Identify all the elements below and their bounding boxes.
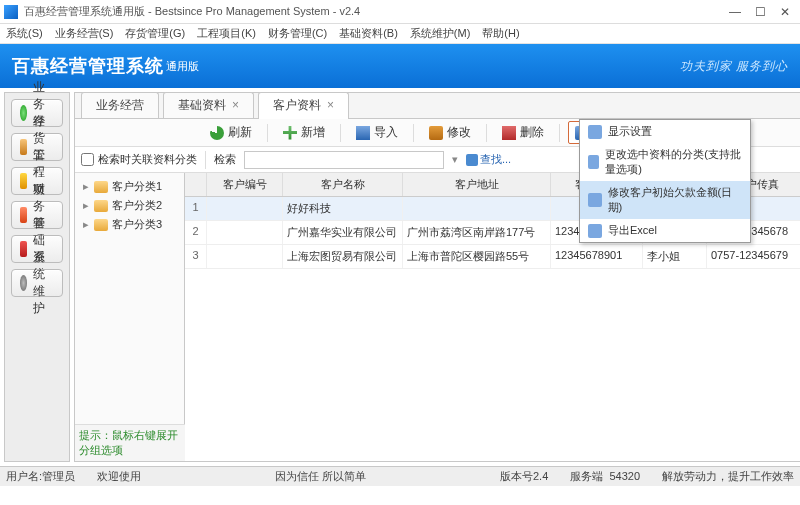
chart-icon (20, 207, 27, 223)
tab-business[interactable]: 业务经营 (81, 92, 159, 118)
menu-basedata[interactable]: 基础资料(B) (339, 26, 398, 41)
app-banner: 百惠经营管理系统 通用版 功夫到家 服务到心 (0, 44, 800, 88)
separator (205, 151, 206, 169)
folder-icon (94, 181, 108, 193)
refresh-icon (210, 126, 224, 140)
status-welcome: 欢迎使用 (97, 469, 141, 484)
cell: 1 (185, 197, 207, 220)
tree-item-label: 客户分类3 (112, 217, 162, 232)
table-row[interactable]: 3 上海宏图贸易有限公司 上海市普陀区樱园路55号 12345678901 李小… (185, 245, 800, 269)
status-bar: 用户名:管理员 欢迎使用 因为信任 所以简单 版本号2.4 服务端 54320 … (0, 466, 800, 486)
checkbox-label: 检索时关联资料分类 (98, 152, 197, 167)
find-button[interactable]: 查找... (466, 152, 511, 167)
delete-icon (502, 126, 516, 140)
menu-business[interactable]: 业务经营(S) (55, 26, 114, 41)
tree-item[interactable]: ▸客户分类2 (79, 196, 180, 215)
add-button[interactable]: 新增 (276, 121, 332, 144)
tab-label: 基础资料 (178, 98, 226, 112)
expand-icon[interactable]: ▸ (81, 218, 90, 231)
menu-system[interactable]: 系统(S) (6, 26, 43, 41)
button-label: 删除 (520, 124, 544, 141)
menu-inventory[interactable]: 存货管理(G) (125, 26, 185, 41)
toolbar-separator (486, 124, 487, 142)
folder-icon (94, 219, 108, 231)
tab-close-icon[interactable]: × (327, 98, 334, 112)
brand-title: 百惠经营管理系统 (12, 54, 164, 78)
status-tail: 解放劳动力，提升工作效率 (662, 469, 794, 484)
find-label: 查找... (480, 152, 511, 167)
refresh-button[interactable]: 刷新 (203, 121, 259, 144)
window-title: 百惠经营管理系统通用版 - Bestsince Pro Management S… (24, 4, 729, 19)
menu-item-edit-initial-debt[interactable]: 修改客户初始欠款金额(日期) (580, 181, 750, 219)
cell: 广州嘉华实业有限公司 (283, 221, 403, 244)
status-version: 版本号2.4 (500, 469, 548, 484)
col-rownum[interactable] (185, 173, 207, 196)
main-panel: 业务经营 基础资料× 客户资料× 刷新 新增 导入 修改 删除 工具箱 ↘ 显示… (74, 92, 800, 462)
menu-item-export-excel[interactable]: 导出Excel (580, 219, 750, 242)
box-icon (20, 139, 27, 155)
status-motto: 因为信任 所以简单 (275, 469, 366, 484)
col-code[interactable]: 客户编号 (207, 173, 283, 196)
check-icon (20, 105, 27, 121)
expand-icon[interactable]: ▸ (81, 199, 90, 212)
related-category-checkbox[interactable]: 检索时关联资料分类 (81, 152, 197, 167)
close-button[interactable]: ✕ (780, 5, 790, 19)
menu-project[interactable]: 工程项目(K) (197, 26, 256, 41)
import-icon (356, 126, 370, 140)
menu-item-label: 更改选中资料的分类(支持批量选项) (605, 147, 742, 177)
gear-icon (20, 275, 27, 291)
flag-icon (20, 173, 27, 189)
book-icon (20, 241, 27, 257)
search-label: 检索 (214, 152, 236, 167)
sidebar-item-maintain[interactable]: 系统维护 (11, 269, 63, 297)
cell: 上海宏图贸易有限公司 (283, 245, 403, 268)
checkbox-input[interactable] (81, 153, 94, 166)
status-user: 用户名:管理员 (6, 469, 75, 484)
cell: 好好科技 (283, 197, 403, 220)
sidebar-item-label: 系统维护 (33, 249, 54, 317)
cell: 上海市普陀区樱园路55号 (403, 245, 551, 268)
tree-item[interactable]: ▸客户分类3 (79, 215, 180, 234)
toolbox-menu: 显示设置 更改选中资料的分类(支持批量选项) 修改客户初始欠款金额(日期) 导出… (579, 119, 751, 243)
cell: 广州市荔湾区南岸路177号 (403, 221, 551, 244)
menu-item-change-category[interactable]: 更改选中资料的分类(支持批量选项) (580, 143, 750, 181)
tab-basedata[interactable]: 基础资料× (163, 92, 254, 118)
tab-customer[interactable]: 客户资料× (258, 92, 349, 118)
menu-item-label: 修改客户初始欠款金额(日期) (608, 185, 742, 215)
menu-finance[interactable]: 财务管理(C) (268, 26, 327, 41)
search-input[interactable] (244, 151, 444, 169)
col-address[interactable]: 客户地址 (403, 173, 551, 196)
brand-slogan: 功夫到家 服务到心 (680, 58, 788, 75)
menu-help[interactable]: 帮助(H) (482, 26, 519, 41)
tree-hint: 提示：鼠标右键展开分组选项 (75, 424, 185, 461)
tree-item[interactable]: ▸客户分类1 (79, 177, 180, 196)
toolbar-separator (413, 124, 414, 142)
expand-icon[interactable]: ▸ (81, 180, 90, 193)
cell (207, 221, 283, 244)
excel-icon (588, 224, 602, 238)
cell: 3 (185, 245, 207, 268)
import-button[interactable]: 导入 (349, 121, 405, 144)
cell (207, 245, 283, 268)
status-service: 服务端 54320 (570, 469, 640, 484)
plus-icon (283, 126, 297, 140)
delete-button[interactable]: 删除 (495, 121, 551, 144)
cell: 0757-12345679 (707, 245, 800, 268)
button-label: 刷新 (228, 124, 252, 141)
search-icon (466, 154, 478, 166)
category-tree: ▸客户分类1 ▸客户分类2 ▸客户分类3 (75, 173, 185, 461)
menu-item-display[interactable]: 显示设置 (580, 120, 750, 143)
tree-item-label: 客户分类1 (112, 179, 162, 194)
minimize-button[interactable]: — (729, 5, 741, 19)
toolbar-separator (559, 124, 560, 142)
toolbar-separator (267, 124, 268, 142)
maximize-button[interactable]: ☐ (755, 5, 766, 19)
button-label: 导入 (374, 124, 398, 141)
cell: 李小姐 (643, 245, 707, 268)
sidebar: 业务经营 存货管理 工程项目 财务管理 基础资料 系统维护 (4, 92, 70, 462)
tab-close-icon[interactable]: × (232, 98, 239, 112)
app-icon (4, 5, 18, 19)
edit-button[interactable]: 修改 (422, 121, 478, 144)
col-name[interactable]: 客户名称 (283, 173, 403, 196)
menu-maintain[interactable]: 系统维护(M) (410, 26, 471, 41)
